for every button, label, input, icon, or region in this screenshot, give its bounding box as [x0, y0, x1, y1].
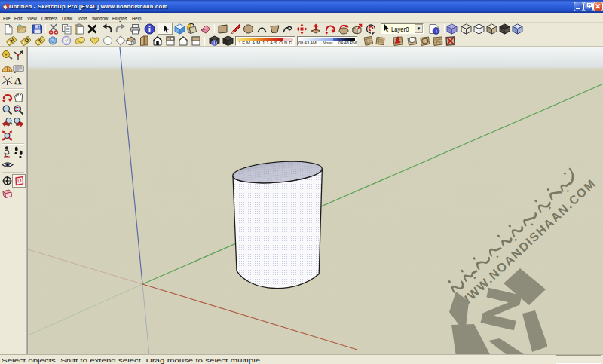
- svg-text:A: A: [14, 75, 22, 85]
